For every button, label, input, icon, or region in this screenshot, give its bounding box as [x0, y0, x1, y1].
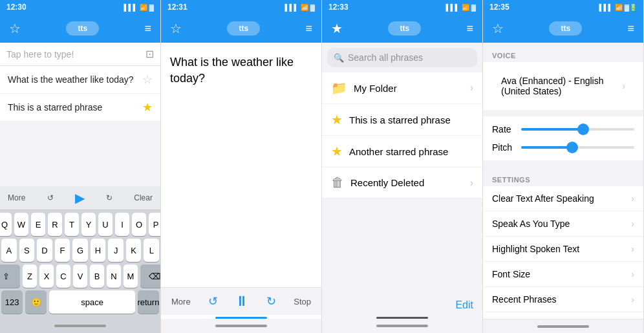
- key-123[interactable]: 123: [1, 290, 23, 314]
- nav-bar-2: ☆ tts ≡: [161, 14, 321, 43]
- star-nav-2[interactable]: ☆: [170, 21, 182, 36]
- key-a[interactable]: A: [1, 239, 17, 262]
- home-indicator-3: [376, 325, 428, 327]
- search-icon: 🔍: [334, 53, 344, 63]
- battery-icon-3: ▓: [471, 4, 476, 11]
- pitch-slider-track[interactable]: [521, 146, 634, 149]
- key-d[interactable]: D: [37, 239, 52, 262]
- toolbar-more[interactable]: More: [8, 193, 25, 202]
- key-h[interactable]: H: [91, 239, 106, 262]
- settings-row-highlight[interactable]: Highlight Spoken Text ›: [483, 237, 643, 262]
- time-4: 12:35: [489, 3, 510, 12]
- trash-icon: 🗑: [331, 175, 344, 190]
- pitch-slider-row: Pitch: [483, 138, 643, 156]
- toolbar-forward[interactable]: ↻: [106, 193, 113, 202]
- key-g[interactable]: G: [72, 239, 88, 262]
- folder-item-3[interactable]: ★ Another starred phrase: [322, 136, 482, 167]
- pause-btn[interactable]: ⏸: [235, 293, 249, 310]
- star-icon-1[interactable]: ☆: [142, 72, 153, 87]
- key-return[interactable]: return: [138, 290, 159, 314]
- key-r[interactable]: R: [48, 213, 62, 236]
- key-w[interactable]: W: [14, 213, 28, 236]
- folder-name-2: This is a starred phrase: [349, 114, 473, 125]
- phrase-text-1: What is the weather like today?: [8, 74, 142, 85]
- key-row-3: ⇧ Z X C V B N M ⌫: [1, 264, 159, 288]
- pitch-slider-thumb[interactable]: [566, 142, 578, 153]
- folder-item-1[interactable]: 📁 My Folder ›: [322, 72, 482, 104]
- key-u[interactable]: U: [98, 213, 113, 236]
- input-placeholder[interactable]: Tap here to type!: [6, 49, 145, 59]
- key-m[interactable]: M: [123, 264, 138, 288]
- folder-name-1: My Folder: [354, 83, 470, 94]
- nav-center-2: tts: [227, 21, 260, 36]
- phrase-item-2[interactable]: This is a starred phrase ★: [0, 94, 160, 122]
- key-n[interactable]: N: [107, 264, 121, 288]
- folder-name-3: Another starred phrase: [349, 146, 473, 157]
- filter-icon-2[interactable]: ≡: [305, 22, 312, 36]
- folder-item-4[interactable]: 🗑 Recently Deleted ›: [322, 167, 482, 199]
- settings-row-font[interactable]: Font Size ›: [483, 262, 643, 287]
- signal-icon-4: ▌▌▌: [599, 4, 612, 11]
- bottom-bar-1: [0, 319, 160, 333]
- filter-icon-3[interactable]: ≡: [466, 22, 473, 36]
- key-x[interactable]: X: [39, 264, 54, 288]
- forward-btn-2[interactable]: ↻: [266, 294, 276, 308]
- star-icon-folder-2: ★: [331, 144, 343, 159]
- chevron-icon-1: ›: [470, 82, 473, 94]
- key-j[interactable]: J: [108, 239, 123, 262]
- phrase-item-1[interactable]: What is the weather like today? ☆: [0, 66, 160, 94]
- settings-chevron-font: ›: [631, 269, 634, 279]
- key-p[interactable]: P: [149, 213, 161, 236]
- search-bar[interactable]: 🔍 Search all phrases: [327, 48, 477, 67]
- toolbar-play[interactable]: ▶: [75, 190, 85, 206]
- key-k[interactable]: K: [126, 239, 142, 262]
- key-s[interactable]: S: [19, 239, 35, 262]
- input-area[interactable]: Tap here to type! ⊡: [0, 43, 160, 66]
- main-text-2: What is the weather like today?: [170, 54, 312, 87]
- key-c[interactable]: C: [56, 264, 70, 288]
- key-y[interactable]: Y: [81, 213, 96, 236]
- settings-row-speak[interactable]: Speak As You Type ›: [483, 211, 643, 237]
- settings-label-highlight: Highlight Spoken Text: [492, 244, 631, 254]
- key-e[interactable]: E: [31, 213, 45, 236]
- toolbar-rewind[interactable]: ↺: [47, 193, 54, 202]
- star-nav-4[interactable]: ☆: [492, 21, 504, 36]
- more-btn-2[interactable]: More: [171, 297, 191, 306]
- key-t[interactable]: T: [65, 213, 79, 236]
- key-v[interactable]: V: [73, 264, 87, 288]
- edit-button[interactable]: Edit: [455, 299, 473, 311]
- nav-center-3: tts: [388, 21, 421, 36]
- toolbar-clear[interactable]: Clear: [134, 193, 153, 202]
- key-b[interactable]: B: [90, 264, 104, 288]
- folder-item-2[interactable]: ★ This is a starred phrase: [322, 104, 482, 136]
- rate-slider-thumb[interactable]: [577, 124, 589, 135]
- rate-slider-track[interactable]: [521, 128, 634, 131]
- key-o[interactable]: O: [132, 213, 146, 236]
- voice-name: Ava (Enhanced) - English (United States): [501, 76, 622, 96]
- settings-row-clear[interactable]: Clear Text After Speaking ›: [483, 186, 643, 211]
- voice-row[interactable]: Ava (Enhanced) - English (United States)…: [492, 69, 634, 103]
- key-row-1: Q W E R T Y U I O P: [1, 213, 159, 236]
- settings-label-recent: Recent Phrases: [492, 294, 631, 305]
- filter-icon-4[interactable]: ≡: [627, 22, 634, 36]
- key-f[interactable]: F: [55, 239, 70, 262]
- star-nav-icon[interactable]: ☆: [9, 21, 21, 36]
- key-q[interactable]: Q: [0, 213, 12, 236]
- star-icon-2[interactable]: ★: [142, 100, 153, 114]
- star-nav-3[interactable]: ★: [331, 21, 343, 36]
- key-l[interactable]: L: [144, 239, 159, 262]
- filter-icon-1[interactable]: ≡: [144, 22, 151, 36]
- key-space[interactable]: space: [49, 290, 135, 314]
- key-shift[interactable]: ⇧: [0, 264, 20, 288]
- status-bar-2: 12:31 ▌▌▌ 📶 ▓: [161, 0, 321, 14]
- stop-btn[interactable]: Stop: [294, 297, 311, 306]
- key-delete[interactable]: ⌫: [140, 264, 161, 288]
- rewind-btn-2[interactable]: ↺: [208, 294, 218, 308]
- status-icons-1: ▌▌▌ 📶 ▓: [123, 4, 154, 11]
- settings-label-font: Font Size: [492, 269, 631, 279]
- key-z[interactable]: Z: [23, 264, 37, 288]
- key-i[interactable]: I: [115, 213, 129, 236]
- settings-row-recent[interactable]: Recent Phrases ›: [483, 287, 643, 312]
- key-emoji[interactable]: 🙂: [25, 290, 47, 314]
- battery-icon: ▓: [149, 4, 154, 11]
